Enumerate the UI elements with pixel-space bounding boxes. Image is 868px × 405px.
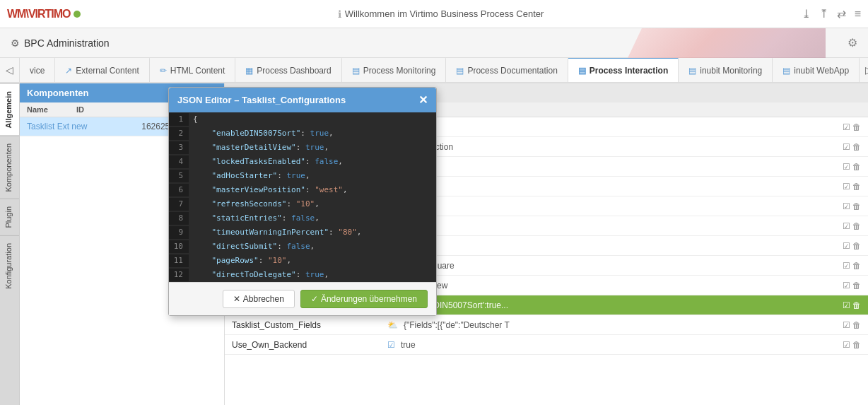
status-dot — [74, 11, 81, 18]
monitoring-icon: ▤ — [352, 66, 360, 76]
interaction-icon: ▤ — [578, 66, 586, 76]
tab-prev-btn[interactable]: ◁ — [0, 58, 20, 83]
row-actions-header: ☑ 🗑 — [843, 241, 861, 251]
row-actions-icon: ☑ 🗑 — [843, 261, 861, 271]
row-name: Tasklist Ext new — [27, 122, 134, 131]
modal-body: 1{ 2 "enableDIN5007Sort": true, 3 "maste… — [169, 112, 436, 282]
row-actions-hilfe: ☑ 🗑 — [843, 162, 861, 172]
bpc-title: ⚙ BPC Administration — [11, 37, 110, 49]
tab-vice[interactable]: vice — [20, 58, 55, 83]
info-icon: ℹ — [338, 8, 341, 20]
row-actions-backend: ☑ 🗑 — [843, 142, 861, 152]
logo-text: WM\VIRTIMO — [7, 8, 71, 20]
main-layout: Allgemein Komponenten Plugin Konfigurati… — [0, 83, 868, 405]
code-line-5: 5 "adHocStarter": true, — [169, 169, 436, 183]
content-area: Komponenten Name ID Tasklist Ext new 162… — [20, 83, 868, 405]
code-line-6: 6 "masterViewPosition": "west", — [169, 183, 436, 197]
cancel-icon: ✕ — [233, 294, 240, 304]
code-line-8: 8 "staticEntries": false, — [169, 211, 436, 225]
ein-val-custom-fields: ⛅ {"Fields":[{"de":"Deutscher T — [387, 320, 510, 330]
top-icons: ⤓ ⤒ ⇄ ≡ — [802, 7, 861, 20]
code-line-3: 3 "masterDetailView": true, — [169, 141, 436, 155]
modal-footer: ✕ Abbrechen ✓ Änderungen übernehmen — [169, 282, 436, 315]
tab-bar: ◁ vice ↗ External Content ✏ HTML Content… — [0, 58, 868, 83]
row-actions-search: ☑ 🗑 — [843, 201, 861, 211]
code-line-4: 4 "lockedTasksEnabled": false, — [169, 155, 436, 169]
tab-external-label: External Content — [76, 66, 139, 76]
code-line-7: 7 "refreshSeconds": "10", — [169, 197, 436, 211]
cancel-label: Abbrechen — [243, 294, 284, 304]
tab-interaction-label: Process Interaction — [590, 66, 668, 76]
tab-inubit-webapp[interactable]: ▤ inubit WebApp — [773, 58, 860, 83]
cancel-button[interactable]: ✕ Abbrechen — [223, 290, 295, 308]
tab-external-content[interactable]: ↗ External Content — [55, 58, 149, 83]
tab-process-interaction[interactable]: ▤ Process Interaction — [568, 58, 679, 83]
apply-button[interactable]: ✓ Änderungen übernehmen — [300, 290, 428, 308]
shuffle-icon[interactable]: ⇄ — [837, 7, 846, 20]
center-message: Willkommen im Virtimo Business Process C… — [345, 8, 544, 19]
komponenten-title: Komponenten — [27, 88, 88, 98]
center-info: ℹ Willkommen im Virtimo Business Process… — [88, 8, 794, 20]
tab-monitoring-label: Process Monitoring — [363, 66, 436, 76]
settings-icon[interactable]: ⚙ — [848, 36, 857, 49]
json-editor-modal: JSON Editor – Tasklist_Configurations ✕ … — [168, 87, 437, 316]
gear-icon: ⚙ — [11, 37, 20, 49]
col-id-header: ID — [76, 105, 84, 114]
row-actions-custom-fields: ☑ 🗑 — [843, 320, 861, 330]
ein-row-own-backend[interactable]: Use_Own_Backend ☑ true ☑ 🗑 — [225, 335, 868, 355]
ein-val-own-backend: ☑ true — [387, 340, 416, 350]
tab-html-content[interactable]: ✏ HTML Content — [150, 58, 236, 83]
bpc-title-text: BPC Administration — [24, 37, 110, 49]
code-line-1: 1{ — [169, 112, 436, 127]
external-icon: ↗ — [65, 66, 72, 76]
tab-next-btn[interactable]: ▷ — [860, 58, 868, 83]
apply-icon: ✓ — [311, 294, 318, 304]
ein-row-custom-fields[interactable]: Tasklist_Custom_Fields ⛅ {"Fields":[{"de… — [225, 315, 868, 335]
row-actions-tasklist-config: ☑ 🗑 — [843, 300, 861, 310]
ein-name-own-backend: Use_Own_Backend — [232, 340, 387, 350]
tab-process-dashboard[interactable]: ▦ Process Dashboard — [235, 58, 341, 83]
tab-vice-label: vice — [30, 66, 45, 76]
webapp-icon: ▤ — [782, 66, 790, 76]
row-actions-filter: ☑ 🗑 — [843, 182, 861, 192]
row-actions-own-backend: ☑ 🗑 — [843, 340, 861, 350]
tab-inubit-monitoring-label: inubit Monitoring — [700, 66, 762, 76]
upload-icon[interactable]: ⤒ — [819, 7, 828, 20]
row-actions-aufgaben: ☑ 🗑 — [843, 122, 861, 132]
side-tab-plugin[interactable]: Plugin — [0, 199, 19, 235]
documentation-icon: ▤ — [456, 66, 464, 76]
tab-process-documentation[interactable]: ▤ Process Documentation — [446, 58, 568, 83]
bpc-bar: ⚙ BPC Administration ⚙ — [0, 28, 868, 58]
tab-webapp-label: inubit WebApp — [794, 66, 849, 76]
menu-icon[interactable]: ≡ — [855, 8, 861, 20]
code-line-10: 10 "directSubmit": false, — [169, 240, 436, 254]
code-line-2: 2 "enableDIN5007Sort": true, — [169, 127, 436, 141]
code-line-9: 9 "timeoutWarningInPercent": "80", — [169, 225, 436, 240]
modal-header: JSON Editor – Tasklist_Configurations ✕ — [169, 88, 436, 112]
code-line-11: 11 "pageRows": "10", — [169, 254, 436, 268]
row-actions-modname: ☑ 🗑 — [843, 281, 861, 290]
tab-documentation-label: Process Documentation — [467, 66, 557, 76]
ein-col2-header: Wert — [391, 105, 861, 114]
side-tabs: Allgemein Komponenten Plugin Konfigurati… — [0, 83, 20, 405]
inubit-monitoring-icon: ▤ — [688, 66, 696, 76]
logo: WM\VIRTIMO — [7, 8, 81, 20]
code-line-12: 12 "directToDelegate": true, — [169, 268, 436, 282]
pink-decor — [628, 28, 826, 58]
top-bar: WM\VIRTIMO ℹ Willkommen im Virtimo Busin… — [0, 0, 868, 28]
tab-process-monitoring[interactable]: ▤ Process Monitoring — [342, 58, 447, 83]
modal-title: JSON Editor – Tasklist_Configurations — [177, 95, 346, 105]
ein-name-custom-fields: Tasklist_Custom_Fields — [232, 320, 387, 330]
side-tab-allgemein[interactable]: Allgemein — [0, 83, 19, 136]
tab-inubit-monitoring[interactable]: ▤ inubit Monitoring — [679, 58, 773, 83]
col-name-header: Name — [27, 105, 48, 114]
dashboard-icon: ▦ — [245, 66, 253, 76]
apply-label: Änderungen übernehmen — [321, 294, 417, 304]
tab-dashboard-label: Process Dashboard — [257, 66, 331, 76]
row-actions-description: ☑ 🗑 — [843, 221, 861, 231]
side-tab-konfiguration[interactable]: Konfiguration — [0, 235, 19, 296]
modal-close-button[interactable]: ✕ — [418, 93, 428, 107]
side-tab-komponenten[interactable]: Komponenten — [0, 136, 19, 199]
tab-html-label: HTML Content — [170, 66, 225, 76]
download-icon[interactable]: ⤓ — [802, 7, 811, 20]
